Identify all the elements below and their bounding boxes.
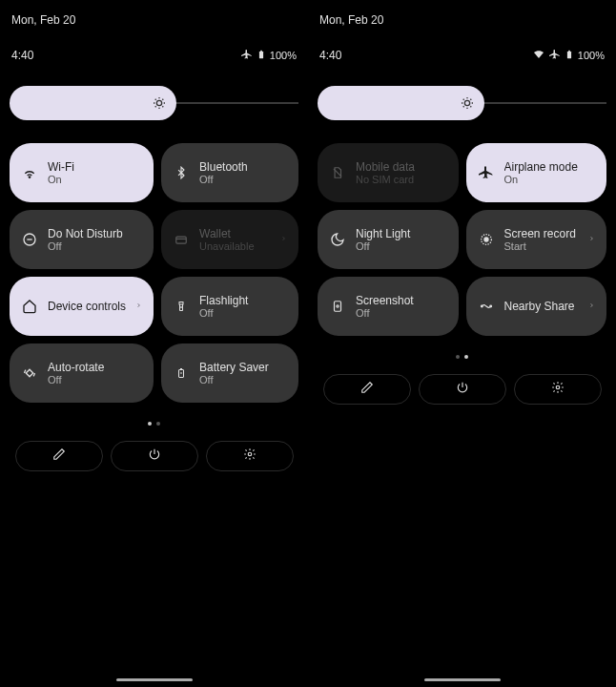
svg-rect-0 bbox=[259, 52, 263, 58]
bluetooth-icon bbox=[173, 166, 190, 179]
tile-auto-rotate[interactable]: Auto-rotateOff bbox=[10, 344, 154, 403]
moon-icon bbox=[329, 232, 346, 247]
status-icons: 100% bbox=[241, 48, 297, 63]
settings-button[interactable] bbox=[514, 374, 602, 405]
edit-button[interactable] bbox=[323, 374, 411, 405]
chevron-right-icon bbox=[588, 298, 595, 315]
tiles-grid: Mobile dataNo SIM cardAirplane modeOnNig… bbox=[318, 143, 606, 336]
tile-title: Mobile data bbox=[356, 160, 447, 174]
battery-status-icon bbox=[565, 48, 574, 63]
tile-subtitle: Unavailable bbox=[199, 240, 271, 252]
brightness-slider[interactable] bbox=[10, 86, 298, 120]
sim-icon bbox=[329, 165, 346, 180]
svg-rect-15 bbox=[335, 302, 341, 312]
svg-rect-11 bbox=[568, 51, 570, 52]
tile-dnd[interactable]: Do Not DisturbOff bbox=[10, 210, 154, 269]
gear-icon bbox=[243, 448, 257, 465]
tile-title: Battery Saver bbox=[199, 361, 287, 374]
tile-battery-saver[interactable]: Battery SaverOff bbox=[161, 344, 298, 403]
page-dot bbox=[464, 355, 468, 359]
home-icon bbox=[21, 299, 38, 314]
date-label: Mon, Feb 20 bbox=[10, 10, 298, 27]
tile-title: Device controls bbox=[48, 300, 126, 313]
svg-rect-1 bbox=[260, 51, 262, 52]
status-bar: 4:40100% bbox=[318, 48, 606, 63]
tile-bluetooth[interactable]: BluetoothOff bbox=[161, 143, 298, 202]
record-icon bbox=[478, 232, 495, 247]
quick-settings-panel-0: Mon, Feb 204:40100%Wi-FiOnBluetoothOffDo… bbox=[0, 0, 308, 687]
tile-title: Wallet bbox=[199, 227, 271, 240]
tile-title: Nearby Share bbox=[504, 300, 580, 313]
wifi-icon bbox=[21, 165, 38, 180]
power-button[interactable] bbox=[419, 374, 506, 405]
dnd-icon bbox=[21, 232, 38, 247]
tile-screenshot[interactable]: ScreenshotOff bbox=[318, 277, 459, 336]
tile-title: Bluetooth bbox=[199, 160, 287, 174]
tile-title: Do Not Disturb bbox=[48, 227, 142, 240]
tile-subtitle: Off bbox=[199, 374, 287, 385]
brightness-icon bbox=[10, 86, 176, 120]
page-dot bbox=[148, 422, 152, 426]
tile-nearby-share[interactable]: Nearby Share bbox=[466, 277, 607, 336]
navigation-handle[interactable] bbox=[424, 678, 501, 681]
svg-point-12 bbox=[464, 100, 469, 105]
tile-title: Auto-rotate bbox=[48, 361, 142, 374]
tile-airplane-mode[interactable]: Airplane modeOn bbox=[466, 143, 607, 202]
pencil-icon bbox=[52, 448, 66, 465]
status-bar: 4:40100% bbox=[10, 48, 298, 63]
navigation-handle[interactable] bbox=[116, 678, 193, 681]
power-button[interactable] bbox=[111, 441, 198, 471]
flashlight-icon bbox=[173, 299, 190, 314]
svg-point-6 bbox=[181, 307, 182, 308]
battery-icon bbox=[173, 365, 190, 381]
power-icon bbox=[148, 448, 161, 465]
tile-mobile-data: Mobile dataNo SIM card bbox=[318, 143, 459, 202]
gear-icon bbox=[551, 381, 565, 398]
svg-point-16 bbox=[337, 305, 339, 307]
airplane-status-icon bbox=[549, 49, 561, 62]
tile-subtitle: Off bbox=[199, 307, 287, 319]
tile-title: Screen record bbox=[504, 227, 580, 240]
page-dot bbox=[156, 422, 160, 426]
tile-subtitle: Off bbox=[199, 174, 287, 185]
wifi-status-icon bbox=[532, 49, 545, 62]
tile-flashlight[interactable]: FlashlightOff bbox=[161, 277, 298, 336]
page-indicator bbox=[318, 355, 606, 359]
chevron-right-icon bbox=[280, 231, 287, 248]
tile-wifi[interactable]: Wi-FiOn bbox=[10, 143, 154, 202]
svg-point-19 bbox=[556, 385, 560, 389]
svg-point-18 bbox=[489, 305, 491, 307]
brightness-icon bbox=[318, 86, 484, 120]
tile-subtitle: No SIM card bbox=[356, 174, 447, 185]
svg-point-17 bbox=[481, 305, 483, 307]
tile-title: Airplane mode bbox=[504, 160, 596, 174]
airplane-icon bbox=[478, 165, 495, 180]
settings-button[interactable] bbox=[206, 441, 294, 471]
svg-rect-4 bbox=[176, 237, 187, 243]
brightness-slider[interactable] bbox=[318, 86, 606, 120]
tile-device-controls[interactable]: Device controls bbox=[10, 277, 154, 336]
svg-rect-7 bbox=[26, 369, 33, 377]
share-icon bbox=[478, 300, 495, 313]
svg-point-2 bbox=[156, 100, 161, 105]
tile-night-light[interactable]: Night LightOff bbox=[318, 210, 459, 269]
tile-subtitle: On bbox=[504, 174, 596, 185]
screenshot-icon bbox=[329, 299, 346, 314]
tile-title: Wi-Fi bbox=[48, 160, 142, 174]
tile-screen-record[interactable]: Screen recordStart bbox=[466, 210, 607, 269]
battery-percent: 100% bbox=[578, 50, 605, 61]
svg-rect-10 bbox=[567, 52, 571, 58]
tile-subtitle: Off bbox=[356, 240, 447, 252]
tile-subtitle: Off bbox=[48, 240, 142, 252]
quick-settings-panel-1: Mon, Feb 204:40100%Mobile dataNo SIM car… bbox=[308, 0, 616, 687]
pencil-icon bbox=[360, 381, 374, 398]
rotate-icon bbox=[21, 365, 38, 381]
chevron-right-icon bbox=[588, 231, 595, 248]
svg-rect-5 bbox=[179, 302, 183, 305]
tile-subtitle: Off bbox=[356, 307, 447, 319]
tile-title: Screenshot bbox=[356, 294, 447, 307]
battery-percent: 100% bbox=[270, 50, 297, 61]
tiles-grid: Wi-FiOnBluetoothOffDo Not DisturbOffWall… bbox=[10, 143, 298, 403]
edit-button[interactable] bbox=[15, 441, 103, 471]
time-label: 4:40 bbox=[11, 49, 33, 62]
